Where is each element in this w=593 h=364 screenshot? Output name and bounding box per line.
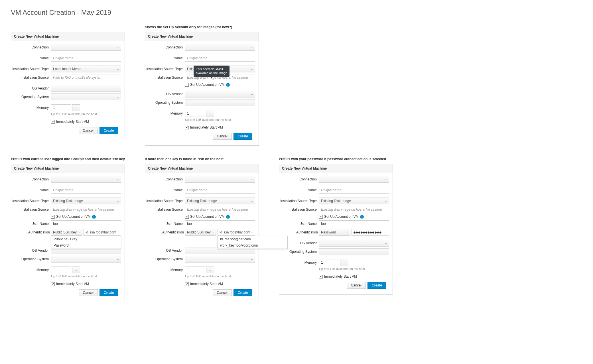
os-select[interactable]: ⌄ (185, 256, 255, 263)
memory-input[interactable] (185, 267, 205, 273)
cancel-button[interactable]: Cancel (79, 289, 98, 296)
name-input[interactable] (185, 55, 255, 62)
memory-unit-select[interactable]: ⌄ (340, 259, 348, 266)
auth-method-select[interactable]: Public SSH key⌄ (51, 229, 82, 236)
chevron-down-icon: ⌄ (251, 208, 253, 211)
create-button[interactable]: Create (99, 289, 118, 296)
setup-account-checkbox[interactable] (185, 83, 189, 87)
memory-input[interactable] (51, 104, 71, 111)
create-button[interactable]: Create (99, 127, 118, 134)
dropdown-item-key2[interactable]: work_key foo@corp.com (218, 242, 287, 249)
info-icon[interactable]: i (226, 83, 230, 87)
connection-label: Connection (11, 177, 51, 181)
os-select[interactable]: ⌄ (185, 99, 255, 106)
memory-unit-select[interactable]: ⌄ (72, 267, 80, 273)
memory-unit-select[interactable]: ⌄ (72, 104, 80, 111)
setup-account-checkbox[interactable] (319, 215, 323, 219)
ssh-key-select[interactable]: id_rsa foo@bar.com⌄ (218, 229, 255, 236)
cancel-button[interactable]: Cancel (213, 133, 232, 140)
source-label: Installation Source (145, 76, 185, 80)
source-type-select[interactable]: Existing Disk Image⌄ (319, 198, 389, 204)
username-label: User Name (162, 222, 185, 226)
name-input[interactable] (51, 187, 121, 194)
info-icon[interactable]: i (92, 215, 96, 219)
info-icon[interactable]: i (360, 215, 364, 219)
start-vm-label: Immediately Start VM (56, 282, 89, 286)
os-vendor-select[interactable]: ⌄ (185, 91, 255, 97)
start-vm-checkbox[interactable] (51, 120, 55, 124)
start-vm-label: Immediately Start VM (324, 274, 357, 278)
source-select[interactable]: Existing disk image on host's file syste… (319, 206, 389, 213)
setup-account-checkbox[interactable] (185, 215, 189, 219)
start-vm-checkbox[interactable] (51, 282, 55, 286)
chevron-down-icon: ⌄ (251, 76, 253, 79)
name-label: Name (11, 188, 51, 192)
auth-method-value: Password (321, 230, 336, 234)
ssh-key-value: id_rsa foo@bar.com (220, 230, 250, 234)
os-select[interactable]: ⌄ (51, 256, 121, 263)
os-vendor-select[interactable]: ⌄ (319, 240, 389, 247)
source-type-label: Installation Source Type (145, 199, 185, 203)
ssh-key-dropdown: id_rsa foo@bar.com work_key foo@corp.com (218, 236, 288, 249)
create-vm-panel: Create New Virtual Machine Connection ⌄ … (11, 32, 125, 140)
memory-unit-select[interactable]: ⌄ (206, 110, 214, 117)
source-type-select[interactable]: Existing Disk Image⌄ (51, 198, 121, 204)
auth-method-select[interactable]: Public SSH key⌄ (185, 229, 216, 236)
os-vendor-label: OS Vendor (11, 86, 51, 90)
create-button[interactable]: Create (233, 289, 252, 296)
start-vm-label: Immediately Start VM (190, 282, 223, 286)
source-type-select[interactable]: Local Install Media⌄ (51, 66, 121, 72)
caption (11, 25, 143, 30)
dropdown-item-ssh[interactable]: Public SSH key (51, 236, 121, 242)
username-input[interactable] (319, 220, 389, 227)
name-input[interactable] (185, 187, 255, 194)
connection-select[interactable]: ⌄ (185, 176, 255, 183)
name-input[interactable] (51, 55, 121, 62)
start-vm-checkbox[interactable] (185, 126, 189, 129)
create-button[interactable]: Create (233, 133, 252, 140)
username-label: User Name (296, 222, 319, 226)
memory-unit-select[interactable]: ⌄ (206, 267, 214, 273)
source-select[interactable]: Existing disk image on host's file syste… (185, 206, 255, 213)
os-label: Operating System (11, 257, 51, 261)
start-vm-checkbox[interactable] (185, 282, 189, 286)
chevron-down-icon: ⌄ (117, 178, 119, 181)
chevron-down-icon: ⌄ (251, 68, 253, 70)
source-type-select[interactable]: Existing Disk Image⌄ (185, 198, 255, 204)
memory-input[interactable] (319, 259, 339, 266)
connection-select[interactable]: ⌄ (51, 44, 121, 51)
os-select[interactable]: ⌄ (319, 248, 389, 255)
cancel-button[interactable]: Cancel (347, 282, 366, 289)
memory-label: Memory (145, 111, 185, 115)
password-input[interactable]: ●●●●●●●●●●●● (352, 229, 389, 236)
os-vendor-select[interactable]: ⌄ (51, 85, 121, 92)
chevron-down-icon: ⌄ (209, 269, 211, 271)
info-icon[interactable]: i (226, 215, 230, 219)
dropdown-item-password[interactable]: Password (51, 242, 121, 249)
start-vm-checkbox[interactable] (319, 275, 323, 278)
username-input[interactable] (185, 220, 255, 227)
tooltip: This need cloud-initavailable on the ima… (194, 66, 230, 77)
source-placeholder: Existing disk image on host's file syste… (321, 208, 382, 212)
os-select[interactable]: ⌄ (51, 93, 121, 100)
connection-select[interactable]: ⌄ (185, 44, 255, 51)
create-button[interactable]: Create (367, 282, 386, 289)
connection-label: Connection (145, 177, 185, 181)
cancel-button[interactable]: Cancel (213, 289, 232, 296)
source-type-value: Existing Disk Image (53, 199, 83, 203)
setup-account-checkbox[interactable] (51, 215, 55, 219)
auth-method-select[interactable]: Password⌄ (319, 229, 350, 236)
username-input[interactable] (51, 220, 121, 227)
memory-input[interactable] (185, 110, 205, 117)
connection-select[interactable]: ⌄ (319, 176, 389, 183)
memory-hint: Up to 6 GiB available on the host (185, 118, 255, 121)
source-select[interactable]: Existing disk image on host's file syste… (51, 206, 121, 213)
connection-label: Connection (11, 45, 51, 49)
source-select[interactable]: Path to ISO on host's file system⌄ (51, 74, 121, 81)
memory-input[interactable] (51, 267, 71, 273)
name-label: Name (11, 56, 51, 60)
name-input[interactable] (319, 187, 389, 194)
cancel-button[interactable]: Cancel (79, 127, 98, 134)
connection-select[interactable]: ⌄ (51, 176, 121, 183)
dropdown-item-key1[interactable]: id_rsa foo@bar.com (218, 236, 287, 242)
